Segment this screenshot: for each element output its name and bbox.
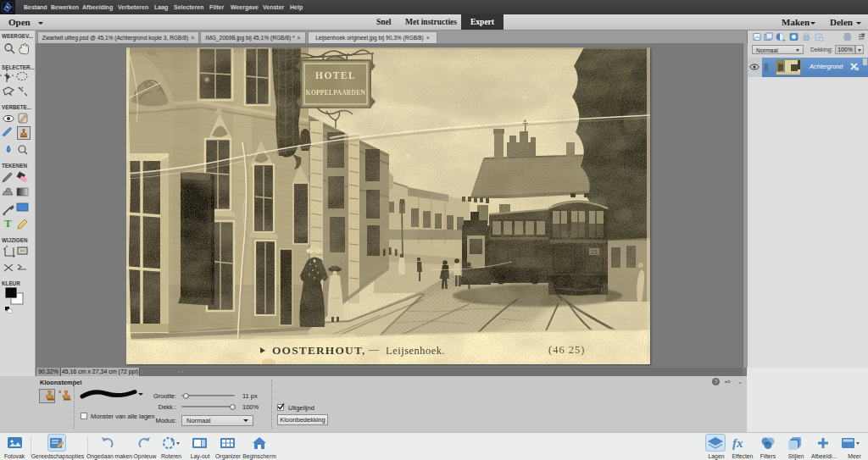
svg-text:x: x <box>58 389 62 394</box>
svg-text:T: T <box>4 217 12 230</box>
svg-text:fx: fx <box>732 436 743 450</box>
